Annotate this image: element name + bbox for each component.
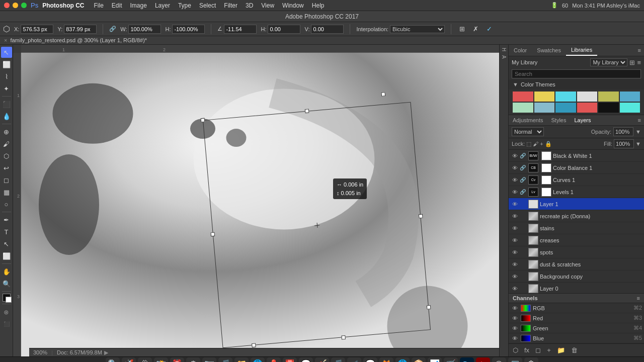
warp-button[interactable]: ⊞: [457, 24, 467, 34]
maximize-dot[interactable]: [21, 3, 27, 8]
channel-eye-rgb[interactable]: 👁: [511, 305, 519, 311]
swatch-8[interactable]: [555, 103, 576, 113]
channels-new-btn[interactable]: +: [545, 345, 553, 355]
shape-tool[interactable]: ⬜: [1, 250, 12, 261]
swatch-9[interactable]: [577, 103, 598, 113]
layer-row-bgcopy[interactable]: 👁 Background copy: [509, 270, 644, 283]
layer-row-recreate[interactable]: 👁 recreate pic (Donna): [509, 210, 644, 222]
dock-camera[interactable]: 📷: [202, 357, 216, 363]
color-themes-toggle[interactable]: ▼ Color Themes: [509, 79, 644, 89]
layer-row-creases[interactable]: 👁 creases: [509, 234, 644, 246]
h-skew-input[interactable]: [268, 25, 300, 34]
menu-layer[interactable]: Layer: [151, 1, 174, 10]
lock-image[interactable]: 🖌: [533, 141, 538, 147]
clone-tool[interactable]: ⬡: [1, 150, 12, 161]
history-panel-btn[interactable]: H: [500, 47, 508, 52]
swatch-1[interactable]: [534, 92, 555, 102]
quick-mask-btn[interactable]: ◎: [1, 306, 12, 317]
swatch-3[interactable]: [577, 92, 598, 102]
lasso-tool[interactable]: ⌇: [1, 71, 12, 82]
menu-file[interactable]: File: [91, 1, 107, 10]
dock-settings[interactable]: ⚙: [186, 357, 200, 363]
dock-time[interactable]: ⏰: [170, 357, 184, 363]
menu-view[interactable]: View: [258, 1, 278, 10]
menu-image[interactable]: Image: [127, 1, 150, 10]
channels-mask-btn[interactable]: ◻: [533, 345, 543, 355]
channel-row-blue[interactable]: 👁 Blue ⌘5: [509, 333, 644, 343]
dock-terminal[interactable]: 💻: [508, 357, 522, 363]
dock-itunes[interactable]: 🎸: [315, 357, 329, 363]
layer-eye-spots[interactable]: 👁: [511, 249, 519, 255]
pen-tool[interactable]: ✒: [1, 214, 12, 225]
layer-link-curves1[interactable]: 🔗: [519, 177, 527, 183]
handle-tc[interactable]: [304, 109, 309, 114]
healing-tool[interactable]: ⊕: [1, 126, 12, 137]
dodge-tool[interactable]: ○: [1, 199, 12, 210]
channel-eye-green[interactable]: 👁: [511, 325, 519, 331]
library-select[interactable]: My Library: [590, 58, 627, 66]
dock-calendar[interactable]: 📅: [283, 357, 297, 363]
menu-type[interactable]: Type: [175, 1, 195, 10]
layer-eye-bgcopy[interactable]: 👁: [511, 274, 519, 280]
handle-ml[interactable]: [210, 232, 215, 236]
background-color[interactable]: [6, 297, 12, 303]
interp-select[interactable]: BicubicBilinearNearest Neighbor: [390, 25, 445, 33]
minimize-dot[interactable]: [13, 3, 18, 8]
channel-row-red[interactable]: 👁 Red ⌘3: [509, 313, 644, 323]
lock-transparent[interactable]: ⬚: [526, 141, 531, 147]
actions-panel-btn[interactable]: A: [500, 54, 508, 60]
handle-bl[interactable]: [252, 343, 256, 347]
dock-analytics[interactable]: 📊: [428, 357, 442, 363]
dock-package[interactable]: 📦: [412, 357, 426, 363]
channels-dotted-btn[interactable]: ⬡: [511, 345, 520, 355]
zoom-tool[interactable]: 🔍: [1, 278, 12, 289]
screen-mode-btn[interactable]: ⬛: [1, 318, 12, 329]
canvas-tab-close[interactable]: ×: [4, 37, 7, 43]
layer-eye-layer1[interactable]: 👁: [511, 201, 519, 207]
dock-trash[interactable]: 🗑: [524, 357, 538, 363]
channel-row-rgb[interactable]: 👁 RGB ⌘2: [509, 303, 644, 313]
swatch-7[interactable]: [534, 103, 555, 113]
library-search-input[interactable]: [512, 69, 641, 78]
v-skew-input[interactable]: [311, 25, 344, 34]
dock-globe[interactable]: 🌐: [251, 357, 265, 363]
cancel-transform-button[interactable]: ✗: [471, 24, 480, 34]
dock-store[interactable]: 🛒: [444, 357, 458, 363]
menu-filter[interactable]: Filter: [220, 1, 241, 10]
close-dot[interactable]: [4, 3, 10, 8]
layer-link-levels1[interactable]: 🔗: [519, 189, 527, 195]
dock-finder[interactable]: 🔍: [106, 357, 120, 363]
tab-layers[interactable]: Layers: [571, 115, 595, 125]
swatch-10[interactable]: [598, 103, 619, 113]
tab-color[interactable]: Color: [509, 45, 532, 55]
menu-select[interactable]: Select: [196, 1, 219, 10]
w-input[interactable]: [128, 25, 161, 34]
hand-tool[interactable]: ✋: [1, 266, 12, 277]
dock-facetime[interactable]: 📹: [347, 357, 361, 363]
layer-eye-levels1[interactable]: 👁: [511, 189, 519, 195]
layer-eye-curves1[interactable]: 👁: [511, 177, 519, 183]
channels-fx-btn[interactable]: fx: [522, 345, 531, 355]
confirm-transform-button[interactable]: ✓: [485, 24, 494, 34]
tab-styles[interactable]: Styles: [547, 115, 571, 125]
channel-row-green[interactable]: 👁 Green ⌘4: [509, 323, 644, 333]
layers-panel-expand[interactable]: ≡: [635, 117, 644, 123]
dock-photos[interactable]: 📸: [154, 357, 168, 363]
library-grid-btn[interactable]: ⊞: [629, 59, 635, 66]
menu-help[interactable]: Help: [308, 1, 328, 10]
swatch-0[interactable]: [513, 92, 533, 102]
lock-position[interactable]: +: [540, 141, 543, 147]
dock-chat[interactable]: 💬: [363, 357, 377, 363]
layer-row-cb1[interactable]: 👁 🔗 CB Color Balance 1: [509, 162, 644, 174]
layer-eye-cb1[interactable]: 👁: [511, 165, 519, 171]
dock-chrome[interactable]: 🌐: [395, 357, 410, 363]
foreground-color[interactable]: [3, 294, 11, 302]
layer-eye-stains[interactable]: 👁: [511, 225, 519, 231]
crop-tool[interactable]: ⬛: [1, 99, 12, 110]
layer-row-layer0[interactable]: 👁 Layer 0: [509, 283, 644, 293]
layer-row-levels1[interactable]: 👁 🔗 Lv Levels 1: [509, 186, 644, 198]
layer-row-bw1[interactable]: 👁 🔗 B/W Black & White 1: [509, 150, 644, 162]
handle-mr[interactable]: [419, 214, 423, 218]
swatch-6[interactable]: [513, 103, 533, 113]
layer-eye-dust[interactable]: 👁: [511, 261, 519, 267]
